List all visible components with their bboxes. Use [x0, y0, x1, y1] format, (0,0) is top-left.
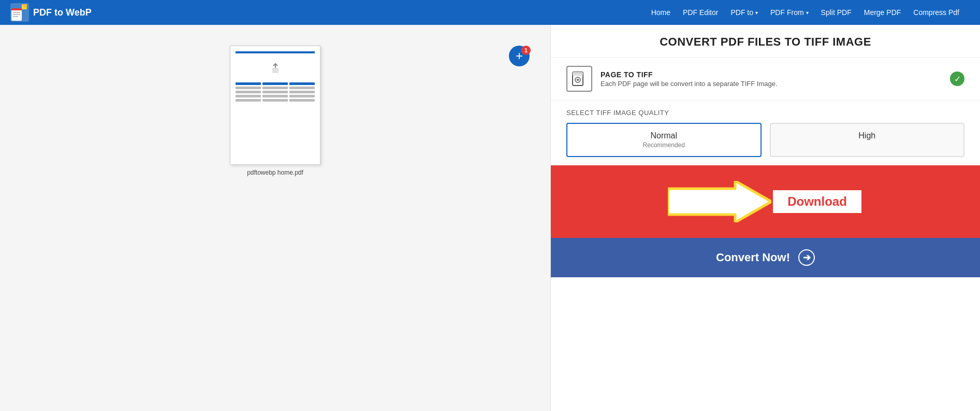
file-count-badge: 1 [521, 46, 531, 55]
logo[interactable]: PDF to WebP [10, 3, 92, 22]
svg-rect-8 [272, 68, 279, 73]
main-content: 1 + [0, 25, 980, 411]
pdf-filename: pdftowebp home.pdf [247, 169, 303, 176]
nav-pdf-to[interactable]: PDF to ▾ [730, 8, 758, 17]
download-arrow-icon [668, 181, 771, 222]
quality-high[interactable]: High [770, 123, 965, 157]
nav-pdf-editor[interactable]: PDF Editor [683, 8, 718, 17]
nav-merge-pdf[interactable]: Merge PDF [864, 8, 901, 17]
download-section[interactable]: Download [551, 165, 980, 238]
page-title: CONVERT PDF FILES TO TIFF IMAGE [566, 35, 964, 49]
svg-point-12 [577, 79, 579, 81]
convert-button[interactable]: Convert Now! ➔ [551, 238, 980, 277]
page-to-tiff-section: PAGE TO TIFF Each PDF page will be conve… [551, 58, 980, 101]
nav-compress-pdf[interactable]: Compress Pdf [913, 8, 959, 17]
right-header: CONVERT PDF FILES TO TIFF IMAGE [551, 25, 980, 58]
quality-normal[interactable]: Normal Recommended [566, 123, 762, 157]
checkmark-icon: ✓ [950, 72, 964, 86]
tiff-label: PAGE TO TIFF [601, 70, 778, 79]
quality-normal-sub: Recommended [575, 141, 753, 149]
quality-label: SELECT TIFF IMAGE QUALITY [566, 109, 964, 117]
nav-home[interactable]: Home [651, 8, 670, 17]
svg-rect-10 [573, 72, 583, 76]
svg-rect-6 [13, 14, 20, 15]
right-panel: CONVERT PDF FILES TO TIFF IMAGE PAGE TO … [550, 25, 980, 411]
convert-arrow-icon: ➔ [798, 249, 815, 266]
header: PDF to WebP Home PDF Editor PDF to ▾ PDF… [0, 0, 980, 25]
download-button[interactable]: Download [771, 189, 863, 215]
quality-normal-name: Normal [575, 131, 753, 140]
svg-rect-7 [13, 16, 18, 17]
quality-options: Normal Recommended High [566, 123, 964, 157]
logo-text: PDF to WebP [33, 7, 92, 18]
pdf-preview-container: pdftowebp home.pdf [230, 46, 320, 176]
nav-pdf-from[interactable]: PDF From ▾ [770, 8, 809, 17]
convert-label: Convert Now! [716, 251, 790, 264]
quality-section: SELECT TIFF IMAGE QUALITY Normal Recomme… [551, 101, 980, 165]
quality-high-name: High [778, 131, 957, 140]
svg-rect-2 [11, 8, 22, 10]
nav-split-pdf[interactable]: Split PDF [821, 8, 852, 17]
logo-icon [10, 3, 29, 22]
tiff-description: Each PDF page will be convert into a sep… [601, 80, 778, 88]
svg-rect-5 [13, 12, 20, 13]
convert-section: Convert Now! ➔ [551, 238, 980, 277]
left-panel: 1 + [0, 25, 550, 411]
tiff-icon [566, 66, 592, 92]
main-nav: Home PDF Editor PDF to ▾ PDF From ▾ Spli… [651, 8, 959, 17]
page-to-tiff-text: PAGE TO TIFF Each PDF page will be conve… [601, 70, 778, 88]
pdf-thumbnail [230, 46, 320, 165]
svg-marker-13 [668, 181, 771, 222]
